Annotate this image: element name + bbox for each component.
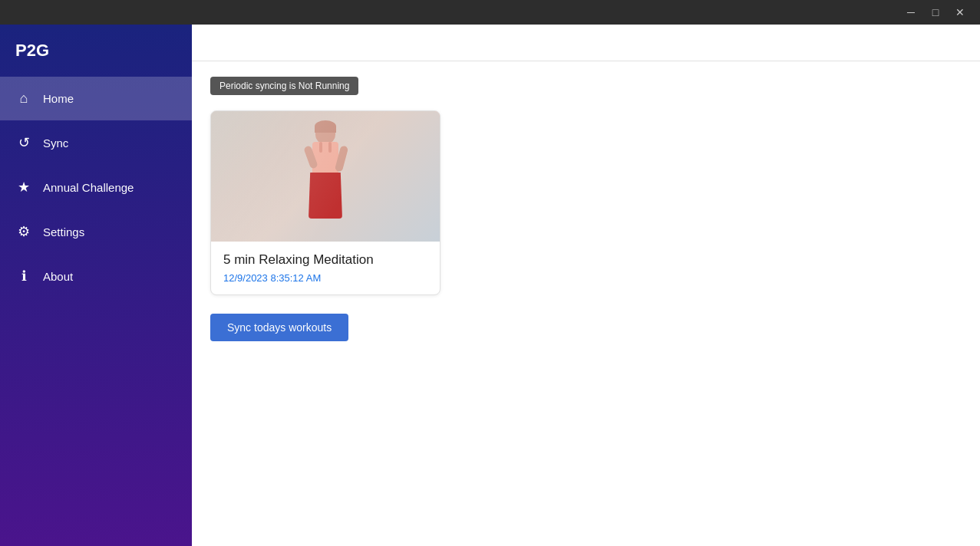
sidebar-item-sync[interactable]: ↺ Sync (0, 120, 192, 165)
titlebar: ─ □ ✕ (0, 0, 980, 25)
sidebar-item-about-label: About (43, 270, 73, 283)
sidebar-item-sync-label: Sync (43, 136, 68, 150)
sidebar: P2G ⌂ Home ↺ Sync ★ Annual Challenge ⚙ S… (0, 25, 192, 546)
sidebar-item-home[interactable]: ⌂ Home (0, 77, 192, 120)
main-header (192, 25, 980, 61)
sidebar-item-annual-challenge[interactable]: ★ Annual Challenge (0, 165, 192, 209)
workout-date: 12/9/2023 8:35:12 AM (223, 272, 427, 284)
sync-todays-workouts-button[interactable]: Sync todays workouts (210, 314, 348, 341)
status-badge: Periodic syncing is Not Running (210, 77, 358, 95)
home-icon: ⌂ (15, 90, 32, 107)
close-button[interactable]: ✕ (949, 5, 971, 20)
sidebar-item-annual-challenge-label: Annual Challenge (43, 181, 134, 194)
sync-icon: ↺ (15, 134, 32, 151)
sidebar-item-settings-label: Settings (43, 225, 84, 238)
workout-title: 5 min Relaxing Meditation (223, 252, 427, 268)
main-content: Periodic syncing is Not Running (192, 25, 980, 546)
settings-icon: ⚙ (15, 223, 32, 240)
workout-card-image (211, 111, 440, 242)
info-icon: ℹ (15, 268, 32, 285)
minimize-button[interactable]: ─ (900, 5, 922, 20)
sidebar-item-about[interactable]: ℹ About (0, 254, 192, 298)
app-logo: P2G (0, 25, 192, 77)
workout-card: 5 min Relaxing Meditation 12/9/2023 8:35… (210, 110, 441, 295)
maximize-button[interactable]: □ (925, 5, 946, 20)
main-body: Periodic syncing is Not Running (192, 61, 980, 546)
sidebar-item-settings[interactable]: ⚙ Settings (0, 209, 192, 254)
app-body: P2G ⌂ Home ↺ Sync ★ Annual Challenge ⚙ S… (0, 25, 980, 546)
titlebar-controls: ─ □ ✕ (900, 5, 971, 20)
sidebar-nav: ⌂ Home ↺ Sync ★ Annual Challenge ⚙ Setti… (0, 77, 192, 298)
workout-card-info: 5 min Relaxing Meditation 12/9/2023 8:35… (211, 242, 440, 294)
star-icon: ★ (15, 179, 32, 196)
sidebar-item-home-label: Home (43, 92, 74, 105)
